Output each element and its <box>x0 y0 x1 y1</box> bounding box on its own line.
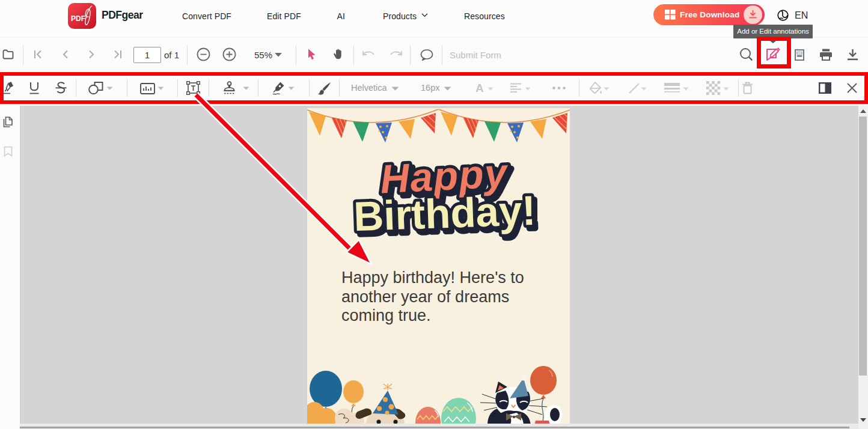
svg-text:PDF: PDF <box>71 14 85 23</box>
